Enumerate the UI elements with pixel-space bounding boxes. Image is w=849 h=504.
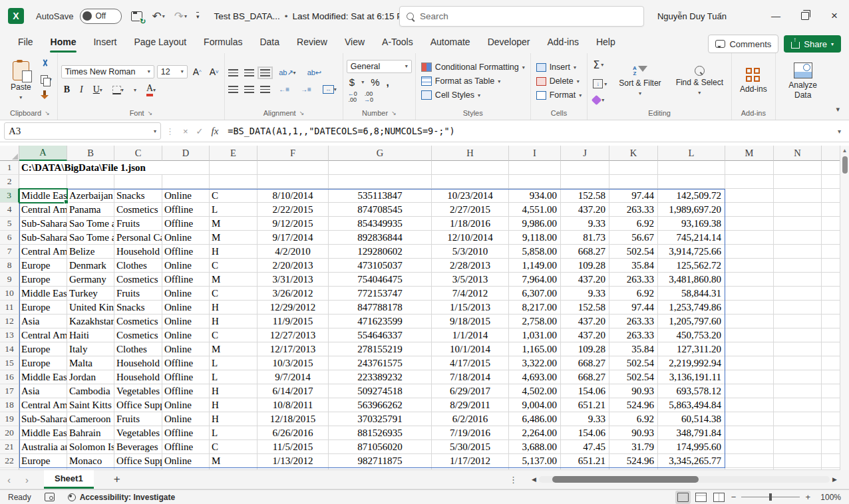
cell[interactable] [725, 259, 774, 273]
cell[interactable]: 6/2/2016 [432, 412, 509, 426]
cell[interactable]: 90.93 [609, 426, 658, 440]
cell[interactable] [257, 161, 329, 175]
row-header-1[interactable]: 1 [0, 161, 19, 175]
cell[interactable]: 81.73 [561, 231, 609, 245]
next-sheet-button[interactable]: › [18, 474, 36, 485]
cell[interactable]: 125,562.72 [658, 259, 725, 273]
cell[interactable]: 1,205,797.60 [658, 315, 725, 328]
row-header-4[interactable]: 4 [0, 203, 19, 217]
cell[interactable]: Offline [162, 245, 210, 259]
cell[interactable] [822, 203, 840, 217]
zoom-slider[interactable]: − + [731, 492, 810, 502]
cell[interactable]: United Kingdom [67, 301, 114, 315]
column-header-A[interactable]: A [19, 146, 67, 161]
cell[interactable]: 1/17/2012 [432, 454, 509, 468]
cell[interactable]: 263.33 [609, 315, 658, 328]
cell[interactable]: Office Supplies [114, 398, 162, 412]
cell[interactable]: 11/5/2015 [257, 440, 329, 454]
insert-cells-button[interactable]: Insert▾ [534, 61, 578, 73]
cell[interactable]: Sub-Saharan Africa [19, 412, 67, 426]
dialog-launcher-icon[interactable]: ↘ [391, 110, 397, 116]
excel-logo-icon[interactable] [8, 8, 24, 24]
cut-button[interactable] [39, 57, 54, 70]
cell[interactable]: Germany [67, 273, 114, 287]
cell[interactable] [774, 175, 822, 189]
cell[interactable] [822, 328, 840, 342]
tab-developer[interactable]: Developer [479, 33, 539, 53]
cell[interactable] [509, 161, 561, 175]
cell[interactable]: Cosmetics [114, 328, 162, 342]
cell[interactable] [822, 315, 840, 328]
tab-add-ins[interactable]: Add-ins [539, 33, 588, 53]
cell[interactable] [822, 245, 840, 259]
cell[interactable]: 127,311.20 [658, 342, 725, 356]
cell[interactable] [114, 175, 162, 189]
cell[interactable]: Online [162, 259, 210, 273]
cell[interactable] [774, 273, 822, 287]
dialog-launcher-icon[interactable]: ↘ [148, 110, 153, 116]
cell[interactable]: 5/3/2010 [432, 245, 509, 259]
cell[interactable]: H [210, 301, 257, 315]
cell[interactable]: Solomon Islands [67, 440, 114, 454]
cell[interactable]: 1/13/2012 [257, 454, 329, 468]
paste-button[interactable]: Paste ▾ [6, 61, 36, 102]
cell[interactable]: 12/17/2013 [257, 342, 329, 356]
cell[interactable]: 5,137.00 [509, 454, 561, 468]
cell[interactable]: Online [162, 287, 210, 301]
cell[interactable]: 35.84 [609, 259, 658, 273]
cell[interactable] [561, 175, 609, 189]
cell[interactable]: 892836844 [329, 231, 432, 245]
cell[interactable]: 9/7/2014 [257, 370, 329, 384]
cell[interactable]: Offline [162, 217, 210, 231]
cell[interactable] [822, 384, 840, 398]
cell[interactable]: Household [114, 370, 162, 384]
cell[interactable] [725, 301, 774, 315]
row-header-7[interactable]: 7 [0, 245, 19, 259]
column-header-D[interactable]: D [162, 146, 210, 161]
cell[interactable]: Office Supplies [114, 454, 162, 468]
decrease-font-button[interactable]: Av [207, 65, 221, 78]
format-cells-button[interactable]: Format▾ [534, 89, 584, 101]
cell[interactable]: 35.84 [609, 342, 658, 356]
cell[interactable]: Online [162, 315, 210, 328]
cell[interactable]: 2/20/2013 [257, 259, 329, 273]
cell[interactable]: 97.44 [609, 189, 658, 203]
cell[interactable]: Bahrain [67, 426, 114, 440]
cell[interactable]: 6/14/2017 [257, 384, 329, 398]
tab-insert[interactable]: Insert [85, 33, 125, 53]
cell[interactable]: 5,863,494.84 [658, 398, 725, 412]
cell[interactable] [725, 440, 774, 454]
cell[interactable]: 10/3/2015 [257, 356, 329, 370]
cell[interactable] [725, 328, 774, 342]
cell[interactable]: 263.33 [609, 273, 658, 287]
cell[interactable]: Europe [19, 273, 67, 287]
column-header-H[interactable]: H [432, 146, 509, 161]
row-header-15[interactable]: 15 [0, 356, 19, 370]
cell[interactable]: 5/30/2015 [432, 440, 509, 454]
copy-button[interactable]: ▾ [39, 73, 54, 86]
cell[interactable]: 10/1/2014 [432, 342, 509, 356]
cell[interactable]: Central America and the Caribbean [19, 328, 67, 342]
cell[interactable]: 3,322.00 [509, 356, 561, 370]
cell[interactable]: 854349935 [329, 217, 432, 231]
cell[interactable]: 2,264.00 [509, 426, 561, 440]
cell[interactable]: Online [162, 412, 210, 426]
cell[interactable]: Sub-Saharan Africa [19, 231, 67, 245]
cell[interactable]: 58,844.31 [658, 287, 725, 301]
autosum-button[interactable]: Σ▾ [591, 57, 609, 73]
conditional-formatting-button[interactable]: Conditional Formatting▾ [419, 61, 527, 73]
cell[interactable]: 3/5/2013 [432, 273, 509, 287]
cell[interactable]: 668.27 [561, 245, 609, 259]
cell[interactable]: 3,345,265.77 [658, 454, 725, 468]
cell[interactable]: 450,753.20 [658, 328, 725, 342]
cell[interactable] [725, 161, 774, 175]
scroll-right-icon[interactable]: ▶ [830, 476, 840, 483]
cell[interactable] [432, 175, 509, 189]
cell[interactable]: M [210, 454, 257, 468]
restore-button[interactable] [790, 0, 820, 32]
macro-record-icon[interactable] [45, 493, 55, 501]
cell[interactable]: 471623599 [329, 315, 432, 328]
cell[interactable]: 60,514.38 [658, 412, 725, 426]
row-header-13[interactable]: 13 [0, 328, 19, 342]
cell[interactable] [774, 412, 822, 426]
